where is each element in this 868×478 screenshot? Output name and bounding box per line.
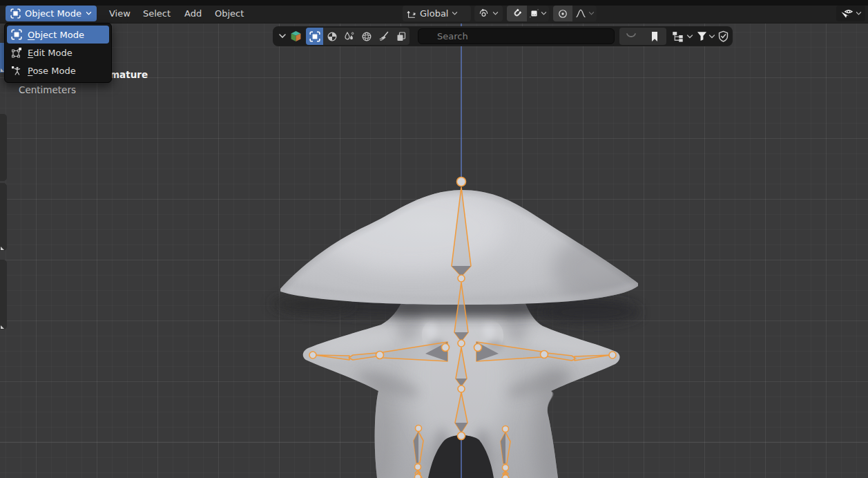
hierarchy-icon[interactable] — [672, 30, 684, 42]
chevron-down-icon[interactable] — [278, 32, 287, 39]
arc-icon[interactable] — [619, 28, 643, 45]
tool-button[interactable] — [0, 114, 7, 181]
pivot-point-icon — [479, 8, 489, 19]
asset-type-group — [306, 28, 409, 45]
overlay-toggle-group — [619, 28, 666, 45]
chevron-down-icon[interactable] — [686, 34, 693, 39]
object-visibility-dropdown[interactable] — [836, 6, 865, 21]
snapping-controls — [507, 6, 549, 21]
magnet-snap-icon[interactable] — [507, 6, 527, 21]
pose-mode-icon — [11, 65, 22, 76]
object-mode-icon — [11, 29, 22, 40]
shield-check-icon[interactable] — [717, 30, 729, 42]
chevron-down-icon — [856, 11, 862, 16]
colorful-cube-icon[interactable] — [290, 30, 302, 42]
overlay-units-label: Centimeters — [19, 84, 76, 95]
filter-funnel-icon[interactable] — [696, 30, 708, 42]
blender-window: mature Centimeters — [0, 0, 868, 478]
asset-type-droplets-icon[interactable] — [340, 28, 358, 45]
asset-type-globe-icon[interactable] — [358, 28, 375, 45]
transform-orientation-label: Global — [420, 8, 448, 19]
pivot-point-dropdown[interactable] — [474, 6, 503, 21]
transform-orientation-dropdown[interactable]: Global — [403, 6, 471, 21]
object-mode-icon — [10, 8, 21, 19]
bookmark-icon[interactable] — [643, 28, 666, 45]
menu-select[interactable]: Select — [139, 6, 175, 21]
tool-button[interactable] — [0, 183, 7, 251]
overlay-object-name-fragment: mature — [110, 69, 148, 80]
asset-type-brush-icon[interactable] — [375, 28, 392, 45]
proportional-editing-icon[interactable] — [553, 6, 572, 21]
snap-target-dropdown[interactable] — [527, 6, 549, 21]
proportional-editing-controls — [553, 6, 597, 21]
chevron-down-icon — [588, 11, 595, 16]
mode-dropdown-menu: Object Mode Edit Mode Pose Mode — [4, 23, 112, 83]
window-top-strip — [0, 0, 868, 6]
viewport-header: Object Mode View Select Add Object Globa… — [0, 0, 868, 23]
orientation-axes-icon — [407, 9, 416, 19]
menu-item-label: Pose Mode — [28, 66, 76, 76]
menu-item-edit-mode[interactable]: Edit Mode — [7, 44, 109, 61]
edit-mode-icon — [11, 47, 22, 58]
chevron-down-icon[interactable] — [708, 34, 715, 39]
mode-selector-button[interactable]: Object Mode — [6, 6, 97, 21]
visibility-eye-cursor-icon — [840, 8, 853, 19]
chevron-down-icon — [492, 11, 499, 16]
asset-type-frame-icon[interactable] — [306, 28, 323, 45]
tool-button[interactable] — [0, 260, 7, 329]
snap-target-icon — [530, 9, 539, 18]
asset-type-pages-icon[interactable] — [392, 28, 409, 45]
viewport-3d[interactable] — [0, 23, 868, 478]
asset-search-bar — [273, 26, 733, 46]
falloff-curve-icon — [575, 9, 586, 18]
menu-object[interactable]: Object — [211, 6, 248, 21]
menu-add[interactable]: Add — [180, 6, 206, 21]
chevron-down-icon — [86, 11, 92, 16]
menu-item-object-mode[interactable]: Object Mode — [7, 26, 109, 44]
asset-type-sphere-quarters-icon[interactable] — [323, 28, 340, 45]
menu-item-pose-mode[interactable]: Pose Mode — [7, 61, 109, 79]
menu-view[interactable]: View — [105, 6, 135, 21]
menu-item-label: Object Mode — [28, 30, 84, 40]
menu-item-label: Edit Mode — [28, 48, 73, 58]
falloff-dropdown[interactable] — [572, 6, 597, 21]
mode-selector-label: Object Mode — [25, 8, 81, 19]
chevron-down-icon — [452, 11, 458, 16]
chevron-down-icon — [541, 11, 547, 16]
search-input[interactable] — [418, 28, 615, 44]
